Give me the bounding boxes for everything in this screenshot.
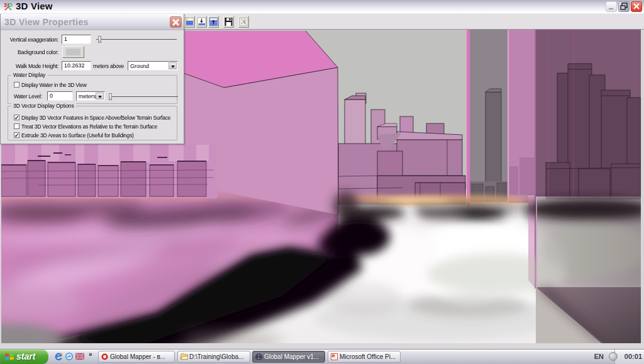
svg-text:3: 3 xyxy=(4,2,7,8)
svg-text:D: D xyxy=(8,2,13,8)
